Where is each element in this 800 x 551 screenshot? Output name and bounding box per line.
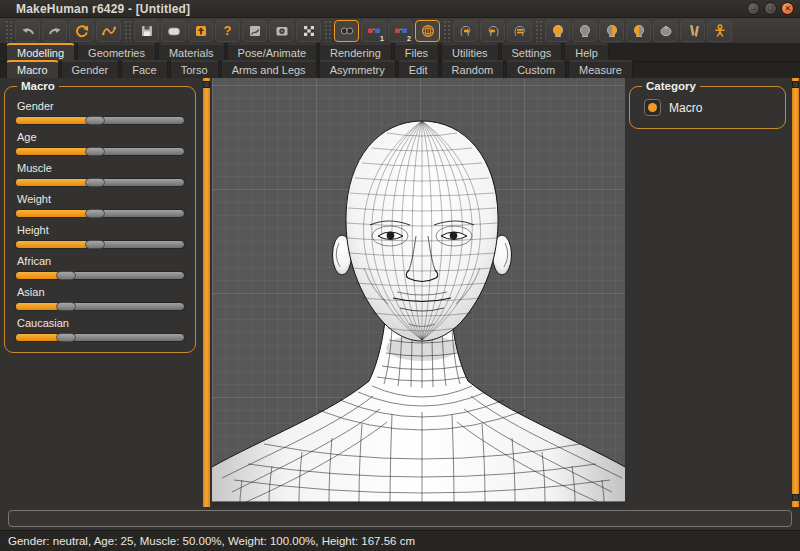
maximize-button[interactable]: □ — [764, 2, 777, 15]
subtab-custom[interactable]: Custom — [506, 60, 566, 78]
title-bar[interactable]: MakeHuman r6429 - [Untitled] – □ ✕ — [0, 0, 800, 18]
reset-view-icon[interactable] — [507, 20, 532, 42]
subtab-torso[interactable]: Torso — [170, 60, 219, 78]
subtab-asymmetry[interactable]: Asymmetry — [319, 60, 396, 78]
slider-handle[interactable] — [85, 116, 105, 125]
subtab-arms-and-legs[interactable]: Arms and Legs — [221, 60, 317, 78]
height-slider[interactable] — [15, 240, 185, 249]
slider-label: Gender — [17, 100, 185, 112]
slider-label: Height — [17, 224, 185, 236]
window-title: MakeHuman r6429 - [Untitled] — [0, 2, 190, 16]
left-splitter[interactable] — [200, 78, 212, 507]
smooth-curve-icon[interactable] — [96, 20, 121, 42]
toolbar-separator — [443, 20, 450, 42]
splitter-bar[interactable] — [203, 78, 210, 507]
wireframe-view-icon[interactable] — [415, 20, 440, 42]
splitter-handle[interactable] — [792, 81, 799, 88]
radio-label: Macro — [669, 101, 702, 115]
slider-label: Muscle — [17, 162, 185, 174]
radio-dot-selected — [648, 103, 657, 112]
tab-modelling[interactable]: Modelling — [6, 43, 75, 61]
tab-utilities[interactable]: Utilities — [441, 43, 498, 61]
right-view-icon[interactable] — [599, 20, 624, 42]
viewport-3d[interactable] — [212, 78, 625, 507]
splitter-bar[interactable] — [792, 78, 799, 507]
slider-block-african: African — [15, 255, 185, 280]
slider-handle[interactable] — [56, 271, 76, 280]
tab-files[interactable]: Files — [394, 43, 439, 61]
bottom-view-icon[interactable] — [680, 20, 705, 42]
toolbar-separator — [5, 20, 12, 42]
subtab-random[interactable]: Random — [441, 60, 505, 78]
slider-handle[interactable] — [85, 178, 105, 187]
progress-bar — [8, 510, 792, 527]
load-icon[interactable] — [161, 20, 186, 42]
human-mesh — [212, 78, 625, 502]
african-slider[interactable] — [15, 271, 185, 280]
undo-icon[interactable] — [15, 20, 40, 42]
age-slider[interactable] — [15, 147, 185, 156]
category-option-macro[interactable]: Macro — [640, 94, 775, 118]
tab-materials[interactable]: Materials — [158, 43, 225, 61]
subtab-gender[interactable]: Gender — [61, 60, 120, 78]
slider-handle[interactable] — [56, 302, 76, 311]
splitter-handle[interactable] — [792, 494, 799, 501]
rotate-view-left-icon[interactable] — [480, 20, 505, 42]
slider-block-age: Age — [15, 131, 185, 156]
category-panel: Category Macro — [625, 78, 790, 507]
slider-handle[interactable] — [85, 240, 105, 249]
save-render-icon[interactable] — [242, 20, 267, 42]
minimize-button[interactable]: – — [747, 2, 760, 15]
back-view-icon[interactable] — [572, 20, 597, 42]
redo-icon[interactable] — [42, 20, 67, 42]
left-view-icon[interactable] — [626, 20, 651, 42]
background-checker-icon[interactable] — [296, 20, 321, 42]
radio-button[interactable] — [644, 99, 661, 116]
slider-block-height: Height — [15, 224, 185, 249]
subtab-face[interactable]: Face — [121, 60, 167, 78]
slider-label: Caucasian — [17, 317, 185, 329]
tab-geometries[interactable]: Geometries — [77, 43, 156, 61]
reset-icon[interactable] — [69, 20, 94, 42]
weight-slider[interactable] — [15, 209, 185, 218]
front-view-icon[interactable] — [545, 20, 570, 42]
macro-group-title: Macro — [17, 80, 59, 92]
tab-settings[interactable]: Settings — [501, 43, 563, 61]
subtab-edit[interactable]: Edit — [398, 60, 439, 78]
tab-rendering[interactable]: Rendering — [319, 43, 392, 61]
tab-pose-animate[interactable]: Pose/Animate — [227, 43, 317, 61]
window-controls: – □ ✕ — [747, 2, 800, 15]
toolbar-separator — [535, 20, 542, 42]
slider-handle[interactable] — [56, 333, 76, 342]
close-button[interactable]: ✕ — [781, 2, 794, 15]
status-bar: Gender: neutral, Age: 25, Muscle: 50.00%… — [0, 530, 800, 551]
mono-view-icon[interactable] — [334, 20, 359, 42]
subtab-macro[interactable]: Macro — [6, 60, 59, 78]
splitter-handle[interactable] — [203, 81, 210, 88]
slider-handle[interactable] — [85, 209, 105, 218]
status-text: Gender: neutral, Age: 25, Muscle: 50.00%… — [0, 535, 415, 547]
save-icon[interactable] — [134, 20, 159, 42]
asian-slider[interactable] — [15, 302, 185, 311]
slider-block-caucasian: Caucasian — [15, 317, 185, 342]
rotate-view-right-icon[interactable] — [453, 20, 478, 42]
toolbar-separator — [324, 20, 331, 42]
global-camera-icon[interactable] — [707, 20, 732, 42]
right-splitter[interactable] — [790, 78, 800, 507]
slider-handle[interactable] — [85, 147, 105, 156]
export-icon[interactable] — [188, 20, 213, 42]
render-camera-icon[interactable] — [269, 20, 294, 42]
slider-block-muscle: Muscle — [15, 162, 185, 187]
sub-tab-bar: Macro Gender Face Torso Arms and Legs As… — [0, 61, 800, 78]
caucasian-slider[interactable] — [15, 333, 185, 342]
tab-help[interactable]: Help — [564, 43, 609, 61]
muscle-slider[interactable] — [15, 178, 185, 187]
makehuman-window: MakeHuman r6429 - [Untitled] – □ ✕ — [0, 0, 800, 551]
top-view-icon[interactable] — [653, 20, 678, 42]
subtab-measure[interactable]: Measure — [568, 60, 633, 78]
help-icon[interactable]: ? — [215, 20, 240, 42]
macro-group: Macro Gender Age Muscle Weight — [4, 80, 196, 353]
gender-slider[interactable] — [15, 116, 185, 125]
stereo-view-2-icon[interactable]: 2 — [388, 20, 413, 42]
stereo-view-1-icon[interactable]: 1 — [361, 20, 386, 42]
